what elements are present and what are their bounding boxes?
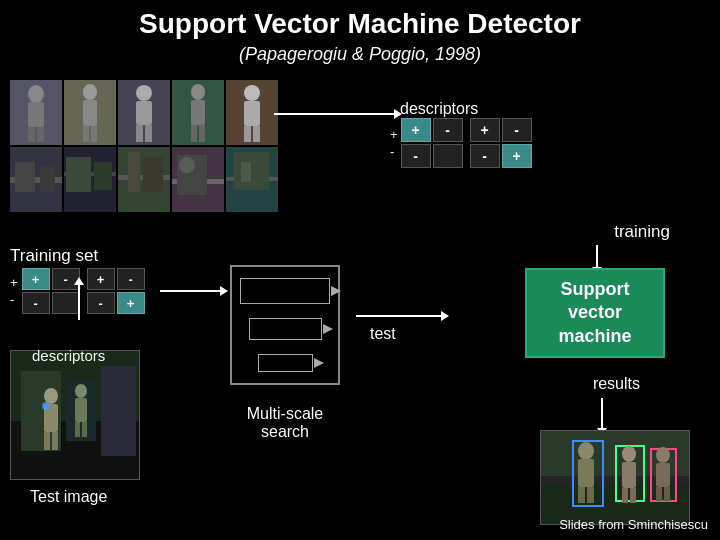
training-img-3	[118, 80, 170, 145]
svg-rect-50	[578, 487, 585, 503]
arrow-test-to-svm	[356, 315, 441, 317]
svg-rect-35	[128, 152, 140, 192]
svg-rect-13	[136, 125, 143, 142]
training-img-1	[10, 80, 62, 145]
svg-rect-58	[630, 488, 636, 503]
training-img-7	[64, 147, 116, 212]
svg-rect-49	[578, 459, 594, 487]
svg-rect-14	[145, 125, 152, 142]
page-subtitle: (Papagerogiu & Poggio, 1998)	[239, 44, 481, 65]
page-title: Support Vector Machine Detector	[139, 8, 581, 40]
multiscale-search-box	[230, 265, 340, 385]
training-img-10	[226, 147, 278, 212]
training-img-6	[10, 147, 62, 212]
svg-rect-36	[143, 157, 163, 192]
svg-point-55	[622, 446, 636, 462]
result-image	[540, 430, 690, 525]
svg-rect-31	[66, 157, 91, 192]
main-container: Support Vector Machine Detector (Papager…	[0, 0, 720, 540]
descriptors-label-top: descriptors	[400, 100, 478, 118]
svg-rect-56	[622, 462, 636, 488]
svg-rect-43	[234, 152, 269, 190]
svg-point-40	[179, 157, 195, 173]
svg-rect-9	[91, 126, 97, 142]
svg-rect-70	[44, 432, 50, 450]
svg-rect-32	[94, 162, 112, 190]
svg-point-68	[44, 388, 58, 404]
svg-rect-3	[28, 127, 35, 142]
training-set-label: Training set	[10, 246, 98, 266]
svg-rect-71	[52, 432, 58, 450]
descriptors-up-arrow	[78, 285, 80, 320]
test-label: test	[370, 325, 396, 343]
svg-point-48	[578, 442, 594, 460]
results-label: results	[593, 375, 640, 393]
svm-line-3: machine	[558, 325, 631, 348]
svg-rect-24	[253, 126, 260, 142]
svg-point-76	[42, 402, 50, 410]
results-arrow	[601, 398, 603, 428]
svg-point-6	[83, 84, 97, 100]
arrow-to-descriptors-top	[274, 113, 394, 115]
svg-rect-51	[587, 487, 594, 503]
svg-point-59	[656, 447, 670, 463]
multiscale-label: Multi-scale search	[230, 405, 340, 441]
svg-rect-27	[15, 162, 35, 192]
svm-line-1: Support	[558, 278, 631, 301]
svg-rect-44	[241, 162, 251, 182]
svg-rect-74	[75, 422, 80, 437]
training-img-9	[172, 147, 224, 212]
svg-rect-18	[191, 125, 197, 142]
svg-rect-23	[244, 126, 251, 142]
descriptor-grid-area-top: +- + - - + - - +	[390, 118, 532, 168]
svg-rect-22	[244, 101, 260, 126]
test-image	[10, 350, 140, 480]
svg-rect-75	[82, 422, 87, 437]
training-img-5	[226, 80, 278, 145]
svg-rect-8	[83, 126, 89, 142]
training-label: training	[614, 222, 670, 242]
slides-credit: Slides from Sminchisescu	[559, 517, 708, 532]
training-img-2	[64, 80, 116, 145]
svg-rect-73	[75, 398, 87, 422]
svg-point-21	[244, 85, 260, 101]
svm-box: Support vector machine	[525, 268, 665, 358]
svg-rect-17	[191, 100, 205, 125]
svg-point-11	[136, 85, 152, 101]
svg-rect-57	[622, 488, 628, 503]
descriptors-label-bottom: descriptors	[32, 347, 105, 364]
svg-rect-2	[28, 102, 44, 127]
training-img-8	[118, 147, 170, 212]
svg-rect-62	[664, 487, 670, 501]
training-img-4	[172, 80, 224, 145]
svg-point-16	[191, 84, 205, 100]
svg-rect-61	[656, 487, 662, 501]
svg-rect-60	[656, 463, 670, 487]
arrow-training-to-svm	[596, 245, 598, 267]
svm-line-2: vector	[558, 301, 631, 324]
svg-rect-28	[40, 167, 55, 192]
svg-rect-19	[199, 125, 205, 142]
training-images-grid	[10, 80, 278, 212]
svg-point-1	[28, 85, 44, 103]
svg-rect-4	[37, 127, 44, 142]
svg-rect-7	[83, 100, 97, 126]
svg-rect-67	[101, 366, 136, 456]
svg-point-72	[75, 384, 87, 398]
arrow-desc-to-multiscale	[160, 290, 220, 292]
svg-rect-12	[136, 101, 152, 125]
test-image-label: Test image	[30, 488, 107, 506]
